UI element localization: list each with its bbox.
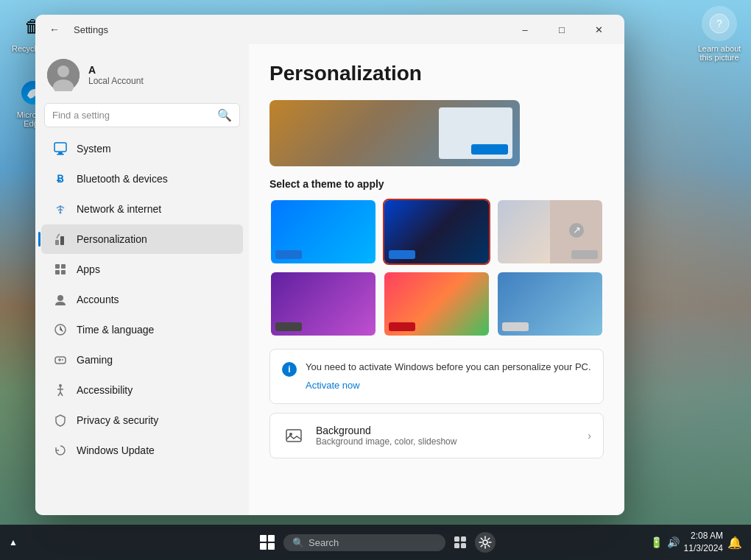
theme-card-6[interactable] <box>496 271 604 337</box>
theme-card-1[interactable] <box>269 199 377 265</box>
system-icon <box>53 141 68 156</box>
desktop: 🗑 Recycle Bin Microsoft Edge ? Learn abo… <box>0 0 751 560</box>
sidebar-item-accessibility[interactable]: Accessibility <box>41 375 243 405</box>
close-button[interactable]: ✕ <box>582 18 616 41</box>
taskbar-search-input[interactable] <box>308 537 426 548</box>
svg-point-16 <box>57 295 63 301</box>
svg-rect-30 <box>461 536 466 542</box>
theme-bg-1 <box>271 200 376 263</box>
theme-card-3[interactable]: ↗ <box>496 199 604 265</box>
update-icon <box>53 443 68 458</box>
start-button[interactable] <box>255 531 279 554</box>
settings-taskbar-icon[interactable] <box>475 532 496 553</box>
user-info: A Local Account <box>88 64 144 86</box>
svg-line-23 <box>58 392 60 396</box>
search-input[interactable] <box>52 110 211 121</box>
theme-badge-4 <box>275 322 302 331</box>
bluetooth-icon: Ƀ <box>53 171 68 186</box>
info-text: You need to activate Windows before you … <box>306 361 591 391</box>
taskbar: ▲ 🔍 🔋 🔊 <box>0 525 751 560</box>
user-account-type: Local Account <box>88 76 144 86</box>
svg-rect-13 <box>61 264 66 269</box>
theme-badge-5 <box>389 322 415 331</box>
window-title: Settings <box>74 24 108 35</box>
taskbar-left: ▲ <box>9 537 18 547</box>
external-link-icon: ↗ <box>568 222 585 242</box>
theme-section-title: Select a theme to apply <box>269 178 604 190</box>
preview-button-mock <box>471 144 508 155</box>
svg-point-4 <box>57 65 69 77</box>
taskbar-search-icon: 🔍 <box>292 537 304 548</box>
svg-point-33 <box>483 540 487 545</box>
sidebar-search[interactable]: 🔍 <box>44 103 240 127</box>
svg-rect-31 <box>454 543 459 548</box>
svg-rect-8 <box>57 154 64 155</box>
taskbar-center: 🔍 <box>255 531 496 554</box>
sidebar-item-network[interactable]: Network & internet <box>41 194 243 224</box>
sidebar-item-time-label: Time & language <box>77 324 154 336</box>
theme-card-4[interactable] <box>269 271 377 337</box>
user-profile[interactable]: A Local Account <box>35 50 249 103</box>
sidebar-item-gaming-label: Gaming <box>77 354 113 366</box>
theme-badge-2 <box>389 250 415 259</box>
theme-card-2[interactable] <box>383 199 490 265</box>
sidebar-item-bluetooth[interactable]: Ƀ Bluetooth & devices <box>41 164 243 194</box>
time-icon <box>53 322 68 337</box>
svg-rect-29 <box>454 536 459 542</box>
time-display: 2:08 AM <box>684 530 723 542</box>
date-display: 11/3/2024 <box>684 542 723 555</box>
background-option[interactable]: Background Background image, color, slid… <box>269 413 604 458</box>
theme-half-left <box>498 200 550 263</box>
activate-now-link[interactable]: Activate now <box>306 380 360 391</box>
svg-point-20 <box>59 384 62 387</box>
svg-text:↗: ↗ <box>572 224 580 235</box>
activation-info-box: i You need to activate Windows before yo… <box>269 349 604 404</box>
chevron-right-icon: › <box>588 430 591 442</box>
theme-badge-3 <box>571 250 598 259</box>
svg-rect-10 <box>55 240 59 245</box>
svg-line-24 <box>60 392 63 396</box>
learn-label: Learn about this picture <box>694 44 745 62</box>
chevron-up-icon[interactable]: ▲ <box>9 537 18 547</box>
sidebar-item-system-label: System <box>77 143 111 155</box>
avatar <box>47 59 80 91</box>
clock-display[interactable]: 2:08 AM 11/3/2024 <box>684 530 723 555</box>
svg-rect-11 <box>60 236 64 245</box>
sidebar-item-accounts[interactable]: Accounts <box>41 285 243 314</box>
notification-icon[interactable]: 🔔 <box>727 536 742 550</box>
sidebar-item-personalization[interactable]: Personalization <box>41 224 243 254</box>
theme-grid: ↗ <box>269 199 604 337</box>
maximize-button[interactable]: □ <box>545 18 579 41</box>
taskbar-search[interactable]: 🔍 <box>283 534 445 551</box>
main-content: Personalization Select a theme to apply <box>249 44 624 515</box>
sidebar-item-privacy[interactable]: Privacy & security <box>41 405 243 435</box>
window-controls: – □ ✕ <box>508 18 616 41</box>
theme-bg-4 <box>271 272 376 336</box>
theme-badge-6 <box>502 322 529 331</box>
sidebar-item-bluetooth-label: Bluetooth & devices <box>77 173 168 185</box>
sidebar-item-privacy-label: Privacy & security <box>77 414 158 426</box>
sidebar-item-gaming[interactable]: Gaming <box>41 345 243 375</box>
background-title: Background <box>316 425 456 436</box>
accounts-icon <box>53 292 68 307</box>
learn-about-picture-widget[interactable]: ? Learn about this picture <box>694 6 745 62</box>
theme-preview-banner <box>269 100 520 166</box>
task-view-button[interactable] <box>450 532 470 553</box>
back-button[interactable]: ← <box>44 19 65 40</box>
svg-rect-6 <box>54 143 66 152</box>
theme-card-5[interactable] <box>383 271 490 337</box>
theme-half-right: ↗ <box>550 200 602 263</box>
volume-icon[interactable]: 🔊 <box>667 536 680 548</box>
minimize-button[interactable]: – <box>508 18 542 41</box>
sidebar: A Local Account 🔍 System <box>35 44 249 515</box>
sidebar-item-update[interactable]: Windows Update <box>41 436 243 465</box>
sidebar-item-time[interactable]: Time & language <box>41 315 243 344</box>
page-title: Personalization <box>269 62 604 85</box>
sidebar-item-network-label: Network & internet <box>77 203 161 215</box>
gaming-icon <box>53 352 68 367</box>
system-tray: 🔋 🔊 2:08 AM 11/3/2024 🔔 <box>650 530 742 555</box>
svg-rect-14 <box>55 270 60 274</box>
sidebar-item-apps[interactable]: Apps <box>41 255 243 284</box>
personalization-icon <box>53 232 68 247</box>
sidebar-item-system[interactable]: System <box>41 134 243 163</box>
